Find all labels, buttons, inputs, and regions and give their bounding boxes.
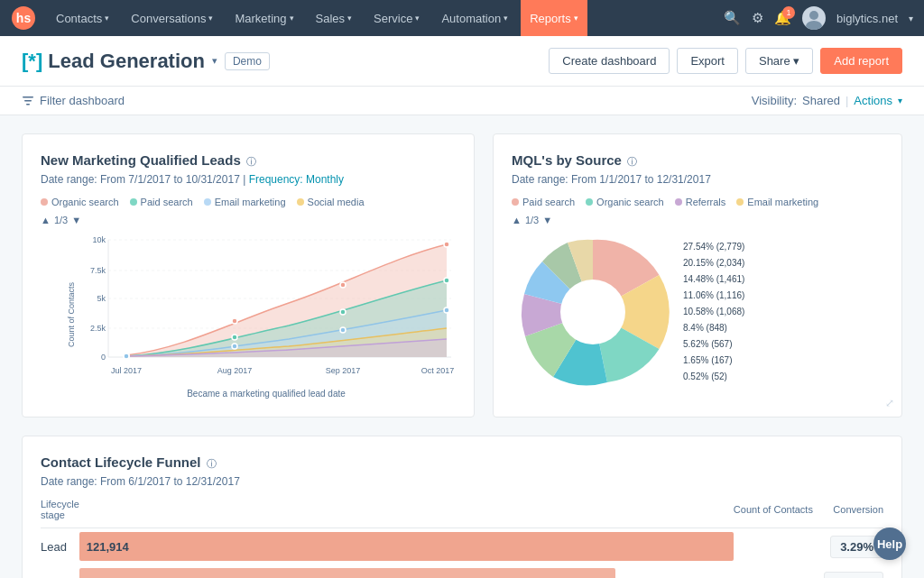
- svg-text:7.5k: 7.5k: [90, 266, 106, 275]
- svg-text:5k: 5k: [97, 294, 106, 303]
- mql-source-title: MQL's by Source: [512, 152, 622, 168]
- svg-point-34: [560, 280, 625, 344]
- user-menu[interactable]: biglytics.net: [836, 12, 898, 25]
- legend-dot-referrals: [675, 198, 682, 206]
- svg-text:0: 0: [101, 353, 106, 362]
- actions-chevron[interactable]: ▾: [898, 96, 902, 106]
- svg-point-27: [232, 335, 237, 340]
- sort-down-icon[interactable]: ▼: [71, 215, 81, 225]
- title-dropdown[interactable]: ▾: [212, 55, 217, 67]
- dashboard-row: New Marketing Qualified Leads ⓘ Date ran…: [22, 133, 902, 417]
- funnel-row-lead: Lead 121,914 3.29%: [41, 528, 883, 565]
- legend-organic: Organic search: [41, 197, 119, 207]
- pie-label-4: 11.06% (1,116): [683, 288, 744, 304]
- sort-up-icon-mql[interactable]: ▲: [512, 215, 522, 225]
- legend-dot-paid-search: [512, 198, 519, 206]
- stage-label-2: [41, 564, 79, 578]
- pie-label-9: 0.52% (52): [683, 369, 744, 385]
- svg-point-32: [340, 327, 346, 333]
- filter-dashboard-button[interactable]: Filter dashboard: [22, 94, 125, 107]
- share-button[interactable]: Share ▾: [745, 48, 813, 74]
- svg-rect-5: [24, 100, 32, 102]
- nav-service[interactable]: Service▾: [365, 0, 429, 36]
- hubspot-logo[interactable]: hs: [11, 5, 36, 31]
- nav-automation[interactable]: Automation▾: [432, 0, 517, 36]
- svg-text:Aug 2017: Aug 2017: [217, 366, 253, 375]
- svg-point-3: [806, 21, 822, 30]
- filter-icon: [22, 95, 34, 107]
- nav-conversations[interactable]: Conversations▾: [122, 0, 222, 36]
- settings-icon[interactable]: ⚙: [752, 10, 763, 26]
- add-report-button[interactable]: Add report: [820, 48, 902, 74]
- frequency-link[interactable]: Frequency: Monthly: [249, 173, 344, 186]
- svg-rect-4: [23, 96, 33, 98]
- col-conversion: Conversion: [824, 499, 883, 528]
- visibility-info: Visibility: Shared | Actions ▾: [752, 94, 902, 107]
- legend-referrals: Referrals: [675, 197, 726, 207]
- pie-label-5: 10.58% (1,068): [683, 304, 744, 320]
- legend-dot-organic: [41, 198, 48, 206]
- svg-text:hs: hs: [16, 11, 32, 25]
- new-mql-info-icon[interactable]: ⓘ: [246, 155, 256, 169]
- help-button[interactable]: Help: [873, 528, 906, 560]
- bracket-left: [*]: [22, 50, 42, 72]
- demo-badge: Demo: [225, 52, 270, 70]
- pie-label-6: 8.4% (848): [683, 320, 744, 336]
- pie-label-7: 5.62% (567): [683, 336, 744, 353]
- create-dashboard-button[interactable]: Create dashboard: [549, 48, 670, 74]
- nav-contacts[interactable]: Contacts▾: [47, 0, 118, 36]
- legend-paid-search: Paid search: [512, 197, 575, 207]
- legend-organic-search: Organic search: [586, 197, 664, 207]
- pie-label-3: 14.48% (1,461): [683, 271, 744, 288]
- page-title-group: [*] Lead Generation ▾ Demo: [22, 50, 270, 73]
- funnel-bar-2: [79, 568, 616, 578]
- actions-link[interactable]: Actions: [854, 94, 892, 107]
- col-stage: Lifecycle stage: [41, 499, 79, 528]
- sort-up-icon[interactable]: ▲: [41, 215, 51, 225]
- pie-labels: 27.54% (2,779) 20.15% (2,034) 14.48% (1,…: [683, 239, 744, 385]
- pie-label-8: 1.65% (167): [683, 353, 744, 369]
- new-mql-title: New Marketing Qualified Leads: [41, 152, 241, 168]
- svg-text:Oct 2017: Oct 2017: [421, 366, 455, 375]
- pie-chart-container: 27.54% (2,779) 20.15% (2,034) 14.48% (1,…: [512, 231, 883, 393]
- search-icon[interactable]: 🔍: [724, 10, 741, 26]
- count-2: [734, 564, 824, 578]
- svg-point-33: [444, 307, 449, 313]
- svg-text:10k: 10k: [92, 235, 106, 244]
- main-content: New Marketing Qualified Leads ⓘ Date ran…: [0, 115, 924, 578]
- funnel-subtitle: Date range: From 6/1/2017 to 12/31/2017: [41, 475, 883, 488]
- nav-reports[interactable]: Reports▾: [521, 0, 587, 36]
- empty-count: [734, 528, 824, 565]
- svg-point-23: [232, 318, 237, 324]
- filter-bar: Filter dashboard Visibility: Shared | Ac…: [0, 87, 924, 115]
- expand-icon[interactable]: ⤢: [885, 397, 894, 409]
- svg-point-30: [124, 353, 129, 359]
- pie-chart: [512, 231, 674, 393]
- user-chevron[interactable]: ▾: [909, 14, 913, 23]
- funnel-table: Lifecycle stage Count of Contacts Conver…: [41, 499, 883, 578]
- avatar[interactable]: [802, 6, 826, 30]
- svg-point-29: [444, 278, 449, 283]
- line-chart: 10k 7.5k 5k 2.5k 0 Jul 2017 Aug 2017 Sep…: [77, 231, 456, 384]
- x-axis-label: Became a marketing qualified lead date: [77, 389, 456, 399]
- share-chevron: ▾: [793, 54, 799, 68]
- funnel-title: Contact Lifecycle Funnel: [41, 454, 201, 470]
- mql-source-legend: Paid search Organic search Referrals Ema…: [512, 197, 883, 207]
- pie-label-2: 20.15% (2,034): [683, 255, 744, 271]
- nav-marketing[interactable]: Marketing▾: [226, 0, 302, 36]
- y-axis-label: Count of Contacts: [67, 282, 76, 347]
- page-title: [*] Lead Generation: [22, 50, 205, 73]
- conversion-2: 11.07%: [824, 564, 883, 578]
- legend-paid: Paid search: [130, 197, 193, 207]
- mql-source-info-icon[interactable]: ⓘ: [627, 155, 637, 169]
- new-mql-subtitle: Date range: From 7/1/2017 to 10/31/2017 …: [41, 173, 456, 186]
- funnel-row-2: 11.07%: [41, 564, 883, 578]
- funnel-info-icon[interactable]: ⓘ: [207, 457, 217, 471]
- nav-sales[interactable]: Sales▾: [307, 0, 362, 36]
- sort-label-mql: 1/3: [525, 215, 539, 225]
- export-button[interactable]: Export: [677, 48, 738, 74]
- legend-social: Social media: [297, 197, 365, 207]
- funnel-bar-lead: 121,914: [79, 532, 734, 561]
- sort-down-icon-mql[interactable]: ▼: [542, 215, 552, 225]
- notifications[interactable]: 🔔 1: [774, 10, 791, 26]
